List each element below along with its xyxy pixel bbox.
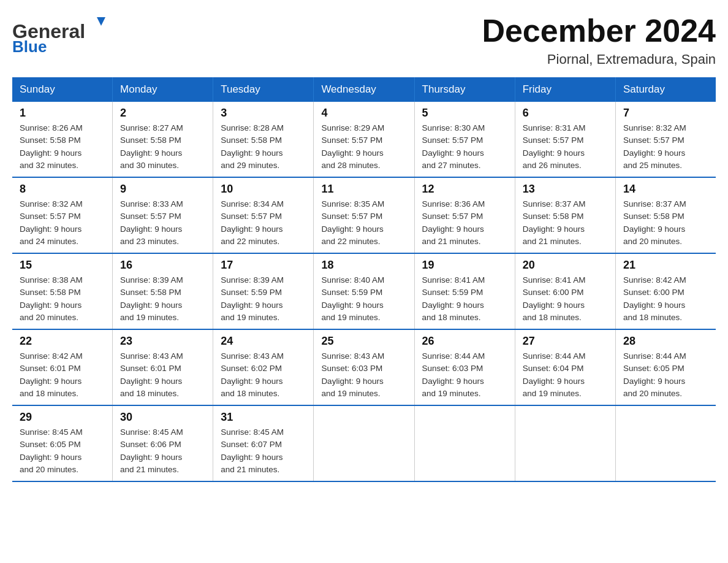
day-number: 24 [221,335,306,348]
logo: General Blue [12,12,110,55]
day-number: 23 [120,335,205,348]
calendar-cell: 18 Sunrise: 8:40 AM Sunset: 5:59 PM Dayl… [314,253,414,329]
day-number: 12 [422,183,507,196]
day-number: 20 [523,259,608,272]
day-number: 6 [523,107,608,120]
day-number: 15 [20,259,105,272]
day-info: Sunrise: 8:45 AM Sunset: 6:07 PM Dayligh… [221,426,306,476]
calendar-cell: 10 Sunrise: 8:34 AM Sunset: 5:57 PM Dayl… [213,177,314,253]
day-info: Sunrise: 8:28 AM Sunset: 5:58 PM Dayligh… [221,122,306,172]
day-info: Sunrise: 8:44 AM Sunset: 6:04 PM Dayligh… [523,350,608,400]
svg-marker-1 [97,17,105,26]
day-info: Sunrise: 8:39 AM Sunset: 5:58 PM Dayligh… [120,274,205,324]
calendar-cell: 27 Sunrise: 8:44 AM Sunset: 6:04 PM Dayl… [515,329,615,405]
day-info: Sunrise: 8:42 AM Sunset: 6:01 PM Dayligh… [20,350,105,400]
day-number: 3 [221,107,306,120]
week-row-5: 29 Sunrise: 8:45 AM Sunset: 6:05 PM Dayl… [12,405,716,481]
day-number: 10 [221,183,306,196]
calendar-cell: 1 Sunrise: 8:26 AM Sunset: 5:58 PM Dayli… [12,102,113,177]
calendar-cell: 4 Sunrise: 8:29 AM Sunset: 5:57 PM Dayli… [314,102,414,177]
day-info: Sunrise: 8:27 AM Sunset: 5:58 PM Dayligh… [120,122,205,172]
svg-text:Blue: Blue [12,37,47,55]
day-number: 17 [221,259,306,272]
calendar-cell [414,405,515,481]
col-thursday: Thursday [414,77,515,102]
calendar-cell: 3 Sunrise: 8:28 AM Sunset: 5:58 PM Dayli… [213,102,314,177]
day-number: 2 [120,107,205,120]
col-friday: Friday [515,77,615,102]
day-info: Sunrise: 8:33 AM Sunset: 5:57 PM Dayligh… [120,198,205,248]
day-number: 31 [221,411,306,424]
col-sunday: Sunday [12,77,113,102]
day-info: Sunrise: 8:43 AM Sunset: 6:03 PM Dayligh… [321,350,406,400]
calendar-cell: 5 Sunrise: 8:30 AM Sunset: 5:57 PM Dayli… [414,102,515,177]
calendar-cell: 15 Sunrise: 8:38 AM Sunset: 5:58 PM Dayl… [12,253,113,329]
day-number: 1 [20,107,105,120]
day-info: Sunrise: 8:40 AM Sunset: 5:59 PM Dayligh… [321,274,406,324]
day-info: Sunrise: 8:35 AM Sunset: 5:57 PM Dayligh… [321,198,406,248]
calendar-cell: 23 Sunrise: 8:43 AM Sunset: 6:01 PM Dayl… [113,329,213,405]
calendar-cell: 14 Sunrise: 8:37 AM Sunset: 5:58 PM Dayl… [615,177,716,253]
day-info: Sunrise: 8:31 AM Sunset: 5:57 PM Dayligh… [523,122,608,172]
day-info: Sunrise: 8:38 AM Sunset: 5:58 PM Dayligh… [20,274,105,324]
day-number: 13 [523,183,608,196]
day-info: Sunrise: 8:29 AM Sunset: 5:57 PM Dayligh… [321,122,406,172]
day-info: Sunrise: 8:43 AM Sunset: 6:02 PM Dayligh… [221,350,306,400]
day-info: Sunrise: 8:41 AM Sunset: 6:00 PM Dayligh… [523,274,608,324]
day-number: 18 [321,259,406,272]
day-number: 29 [20,411,105,424]
calendar-cell: 30 Sunrise: 8:45 AM Sunset: 6:06 PM Dayl… [113,405,213,481]
calendar-cell: 16 Sunrise: 8:39 AM Sunset: 5:58 PM Dayl… [113,253,213,329]
day-number: 19 [422,259,507,272]
day-number: 16 [120,259,205,272]
day-info: Sunrise: 8:45 AM Sunset: 6:06 PM Dayligh… [120,426,205,476]
day-number: 8 [20,183,105,196]
calendar-cell: 6 Sunrise: 8:31 AM Sunset: 5:57 PM Dayli… [515,102,615,177]
day-info: Sunrise: 8:32 AM Sunset: 5:57 PM Dayligh… [20,198,105,248]
calendar-body: 1 Sunrise: 8:26 AM Sunset: 5:58 PM Dayli… [12,102,716,481]
calendar-cell: 29 Sunrise: 8:45 AM Sunset: 6:05 PM Dayl… [12,405,113,481]
calendar-cell: 25 Sunrise: 8:43 AM Sunset: 6:03 PM Dayl… [314,329,414,405]
day-info: Sunrise: 8:34 AM Sunset: 5:57 PM Dayligh… [221,198,306,248]
week-row-3: 15 Sunrise: 8:38 AM Sunset: 5:58 PM Dayl… [12,253,716,329]
calendar-cell: 7 Sunrise: 8:32 AM Sunset: 5:57 PM Dayli… [615,102,716,177]
col-saturday: Saturday [615,77,716,102]
day-info: Sunrise: 8:30 AM Sunset: 5:57 PM Dayligh… [422,122,507,172]
calendar-cell: 20 Sunrise: 8:41 AM Sunset: 6:00 PM Dayl… [515,253,615,329]
day-info: Sunrise: 8:36 AM Sunset: 5:57 PM Dayligh… [422,198,507,248]
day-info: Sunrise: 8:26 AM Sunset: 5:58 PM Dayligh… [20,122,105,172]
day-info: Sunrise: 8:41 AM Sunset: 5:59 PM Dayligh… [422,274,507,324]
calendar-cell [515,405,615,481]
day-info: Sunrise: 8:43 AM Sunset: 6:01 PM Dayligh… [120,350,205,400]
logo-svg: General Blue [12,12,110,55]
day-number: 11 [321,183,406,196]
day-info: Sunrise: 8:44 AM Sunset: 6:05 PM Dayligh… [623,350,708,400]
day-number: 9 [120,183,205,196]
calendar-title: December 2024 [482,12,716,49]
calendar-cell [615,405,716,481]
day-number: 28 [623,335,708,348]
week-row-2: 8 Sunrise: 8:32 AM Sunset: 5:57 PM Dayli… [12,177,716,253]
calendar-cell: 22 Sunrise: 8:42 AM Sunset: 6:01 PM Dayl… [12,329,113,405]
day-number: 21 [623,259,708,272]
calendar-subtitle: Piornal, Extremadura, Spain [482,52,716,67]
col-wednesday: Wednesday [314,77,414,102]
week-row-1: 1 Sunrise: 8:26 AM Sunset: 5:58 PM Dayli… [12,102,716,177]
day-number: 5 [422,107,507,120]
calendar-cell: 2 Sunrise: 8:27 AM Sunset: 5:58 PM Dayli… [113,102,213,177]
day-number: 27 [523,335,608,348]
day-number: 26 [422,335,507,348]
calendar-cell: 26 Sunrise: 8:44 AM Sunset: 6:03 PM Dayl… [414,329,515,405]
day-number: 14 [623,183,708,196]
day-info: Sunrise: 8:45 AM Sunset: 6:05 PM Dayligh… [20,426,105,476]
day-number: 7 [623,107,708,120]
calendar-cell: 24 Sunrise: 8:43 AM Sunset: 6:02 PM Dayl… [213,329,314,405]
calendar-cell: 11 Sunrise: 8:35 AM Sunset: 5:57 PM Dayl… [314,177,414,253]
calendar-table: Sunday Monday Tuesday Wednesday Thursday… [12,77,716,482]
calendar-cell: 12 Sunrise: 8:36 AM Sunset: 5:57 PM Dayl… [414,177,515,253]
calendar-cell: 31 Sunrise: 8:45 AM Sunset: 6:07 PM Dayl… [213,405,314,481]
day-info: Sunrise: 8:42 AM Sunset: 6:00 PM Dayligh… [623,274,708,324]
calendar-cell: 21 Sunrise: 8:42 AM Sunset: 6:00 PM Dayl… [615,253,716,329]
col-monday: Monday [113,77,213,102]
calendar-cell: 19 Sunrise: 8:41 AM Sunset: 5:59 PM Dayl… [414,253,515,329]
